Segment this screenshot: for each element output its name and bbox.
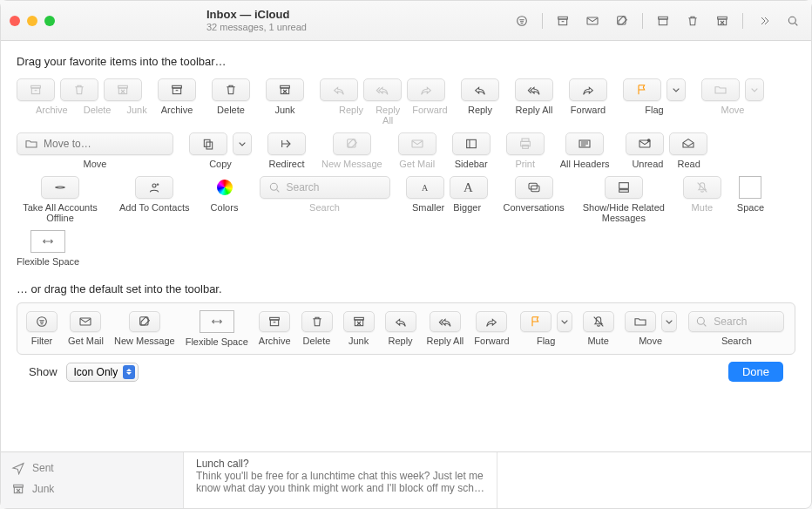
minimize-window-button[interactable] <box>27 16 37 26</box>
svg-point-28 <box>647 139 650 142</box>
svg-rect-31 <box>529 183 537 189</box>
default-reply-all[interactable]: Reply All <box>427 311 464 346</box>
item-flexible-space[interactable]: Flexible Space <box>17 230 79 267</box>
item-all-headers[interactable]: All Headers <box>560 132 610 169</box>
search-placeholder: Search <box>287 181 320 193</box>
item-mute[interactable]: Mute <box>683 176 721 223</box>
item-reply[interactable]: Reply <box>461 78 499 126</box>
item-take-offline[interactable]: Take All Accounts Offline <box>17 176 104 223</box>
item-search[interactable]: Search Search <box>260 176 390 223</box>
sidebar-peek: Sent Junk <box>1 452 184 508</box>
item-smaller-bigger[interactable]: A A Smaller Bigger <box>406 176 488 223</box>
forward-icon <box>476 311 507 332</box>
reply-icon <box>461 78 499 101</box>
label: Move <box>84 159 107 169</box>
item-redirect[interactable]: Redirect <box>267 132 306 169</box>
item-colors[interactable]: Colors <box>206 176 244 223</box>
item-group-archive-delete-junk[interactable]: Archive Delete Junk <box>17 78 142 126</box>
message-preview[interactable]: Lunch call? Think you'll be free for a l… <box>184 452 497 508</box>
item-forward[interactable]: Forward <box>569 78 607 126</box>
default-flexible-space[interactable]: Flexible Space <box>186 310 248 347</box>
default-forward[interactable]: Forward <box>474 311 509 346</box>
item-junk[interactable]: Junk <box>266 78 304 126</box>
item-print[interactable]: Print <box>506 132 545 169</box>
default-flag[interactable]: Flag <box>520 311 572 346</box>
item-add-to-contacts[interactable]: Add To Contacts <box>119 176 190 223</box>
item-new-message[interactable]: New Message <box>321 132 382 169</box>
toolbar-box-icon[interactable] <box>653 12 673 30</box>
folder-icon <box>701 78 740 101</box>
toolbar-getmail-icon[interactable] <box>583 12 602 30</box>
item-flag[interactable]: Flag <box>623 78 686 126</box>
sidebar-item-sent[interactable]: Sent <box>10 458 174 478</box>
toolbar-search-icon[interactable] <box>783 12 802 30</box>
svg-rect-25 <box>522 145 528 148</box>
item-unread-read[interactable]: Unread Read <box>626 132 707 169</box>
item-reply-all[interactable]: Reply All <box>515 78 553 126</box>
item-space[interactable]: Space <box>737 176 764 223</box>
svg-rect-32 <box>531 186 538 192</box>
sidebar-item-junk[interactable]: Junk <box>10 478 174 499</box>
item-conversations[interactable]: Conversations <box>504 176 565 223</box>
label: All Headers <box>560 159 610 169</box>
filter-icon[interactable] <box>512 12 531 30</box>
move-to-placeholder: Move to… <box>44 138 91 150</box>
label: Archive <box>161 105 193 115</box>
default-mute[interactable]: Mute <box>583 311 614 346</box>
smaller-icon: A <box>406 176 444 199</box>
mute-icon <box>583 311 614 332</box>
toolbar-compose-icon[interactable] <box>612 12 632 30</box>
close-window-button[interactable] <box>10 16 20 26</box>
default-filter[interactable]: Filter <box>26 311 58 346</box>
default-get-mail[interactable]: Get Mail <box>68 311 104 346</box>
search-icon <box>694 315 708 329</box>
folder-icon <box>24 137 38 151</box>
item-move-to-field[interactable]: Move to… Move <box>17 132 173 169</box>
folder-icon <box>625 311 656 332</box>
svg-rect-6 <box>659 19 667 25</box>
titlebar: Inbox — iCloud 32 messages, 1 unread <box>1 1 811 41</box>
chevron-down-icon <box>661 311 677 332</box>
envelope-icon <box>398 132 436 155</box>
svg-point-9 <box>788 17 795 24</box>
item-move-disabled[interactable]: Move <box>701 78 764 126</box>
svg-point-35 <box>37 317 47 327</box>
default-delete[interactable]: Delete <box>301 311 333 346</box>
mute-icon <box>683 176 721 199</box>
done-button[interactable]: Done <box>728 362 783 382</box>
label: Space <box>737 202 764 213</box>
default-archive[interactable]: Archive <box>259 311 291 346</box>
item-copy[interactable]: Copy <box>189 132 252 169</box>
item-related-messages[interactable]: Show/Hide Related Messages <box>580 176 667 223</box>
default-junk[interactable]: Junk <box>343 311 375 346</box>
default-new-message[interactable]: New Message <box>114 311 175 346</box>
svg-rect-3 <box>587 17 598 24</box>
delete-icon <box>60 78 98 101</box>
redirect-icon <box>267 132 306 155</box>
default-set-strip[interactable]: Filter Get Mail New Message Flexible Spa… <box>17 302 795 355</box>
toolbar-trash-icon[interactable] <box>683 12 702 30</box>
toolbar-archive-icon[interactable] <box>553 12 572 30</box>
search-icon <box>267 180 281 194</box>
toolbar-overflow-icon[interactable] <box>754 12 773 30</box>
search-field: Search <box>260 176 390 199</box>
archive-icon <box>158 78 196 101</box>
default-move[interactable]: Move <box>625 311 677 346</box>
item-archive[interactable]: Archive <box>158 78 196 126</box>
default-search[interactable]: Search Search <box>687 311 786 346</box>
conversations-icon <box>515 176 553 199</box>
reply-icon <box>320 78 358 101</box>
item-get-mail[interactable]: Get Mail <box>398 132 436 169</box>
label: Mute <box>692 202 713 213</box>
svg-rect-36 <box>80 318 91 325</box>
item-delete[interactable]: Delete <box>212 78 250 126</box>
label-unread: Unread <box>632 159 663 169</box>
compose-icon <box>333 132 371 155</box>
label-bigger: Bigger <box>453 202 481 213</box>
zoom-window-button[interactable] <box>44 16 55 26</box>
svg-rect-21 <box>412 140 423 147</box>
default-reply[interactable]: Reply <box>385 311 416 346</box>
toolbar-junk-icon[interactable] <box>713 12 732 30</box>
item-group-reply-all-forward[interactable]: Reply Reply All Forward <box>320 78 445 126</box>
item-sidebar[interactable]: Sidebar <box>452 132 491 169</box>
